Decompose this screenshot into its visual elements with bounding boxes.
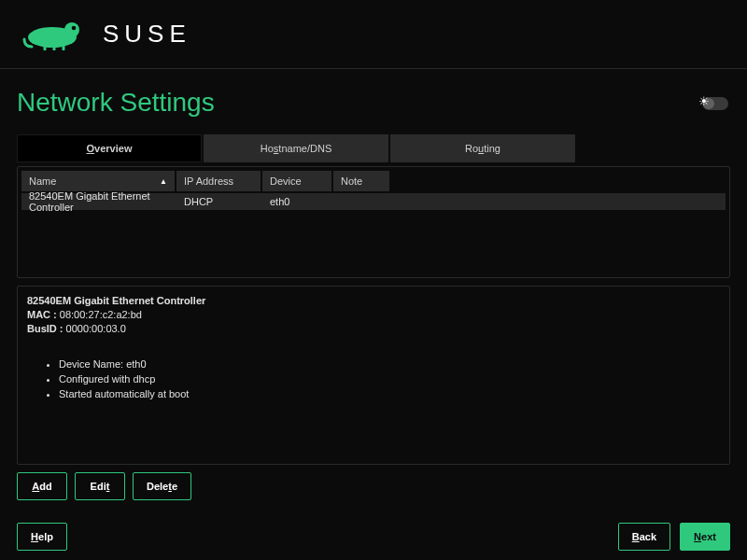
devices-table-panel: Name IP Address Device Note 82540EM Giga…	[17, 166, 730, 278]
tab-bar: Overview Hostname/DNS Routing	[17, 134, 730, 162]
cell-name: 82540EM Gigabit Ethernet Controller	[21, 193, 175, 210]
cell-note	[333, 193, 389, 210]
back-button[interactable]: Back	[618, 523, 670, 551]
edit-button[interactable]: Edit	[75, 472, 125, 500]
page-body: Network Settings Overview Hostname/DNS R…	[0, 69, 747, 560]
detail-title: 82540EM Gigabit Ethernet Controller	[27, 294, 720, 308]
next-button[interactable]: Next	[680, 523, 730, 551]
device-actions: Add Edit Delete	[17, 472, 730, 500]
list-item: Configured with dhcp	[59, 371, 720, 386]
cell-device: eth0	[262, 193, 331, 210]
add-button[interactable]: Add	[17, 472, 67, 500]
table-header: Name IP Address Device Note	[21, 171, 726, 191]
delete-button[interactable]: Delete	[133, 472, 191, 500]
svg-point-2	[72, 25, 77, 30]
tab-hostname-dns[interactable]: Hostname/DNS	[204, 134, 388, 162]
column-header-ip[interactable]: IP Address	[176, 171, 261, 191]
help-button[interactable]: Help	[17, 523, 67, 551]
brand-wordmark: SUSE	[103, 20, 191, 49]
column-header-device[interactable]: Device	[262, 171, 331, 191]
theme-toggle[interactable]	[702, 97, 728, 110]
column-header-name[interactable]: Name	[21, 171, 175, 191]
detail-list: Device Name: eth0 Configured with dhcp S…	[59, 357, 720, 401]
list-item: Started automatically at boot	[59, 386, 720, 401]
detail-busid: BusID : 0000:00:03.0	[27, 322, 720, 336]
tab-routing[interactable]: Routing	[390, 134, 575, 162]
tab-overview[interactable]: Overview	[17, 134, 202, 162]
app-header: SUSE	[0, 0, 747, 69]
page-title: Network Settings	[17, 88, 730, 118]
brand-logo: SUSE	[22, 19, 191, 50]
theme-toggle-knob	[703, 98, 714, 109]
column-header-note[interactable]: Note	[333, 171, 389, 191]
detail-mac: MAC : 08:00:27:c2:a2:bd	[27, 308, 720, 322]
devices-table: Name IP Address Device Note 82540EM Giga…	[21, 171, 726, 210]
device-detail-panel: 82540EM Gigabit Ethernet Controller MAC …	[17, 286, 730, 465]
svg-point-1	[64, 22, 79, 37]
table-row[interactable]: 82540EM Gigabit Ethernet Controller DHCP…	[21, 193, 726, 210]
cell-ip: DHCP	[176, 193, 261, 210]
chameleon-icon	[22, 19, 90, 50]
wizard-footer: Help Back Next	[17, 523, 730, 551]
list-item: Device Name: eth0	[59, 357, 720, 371]
